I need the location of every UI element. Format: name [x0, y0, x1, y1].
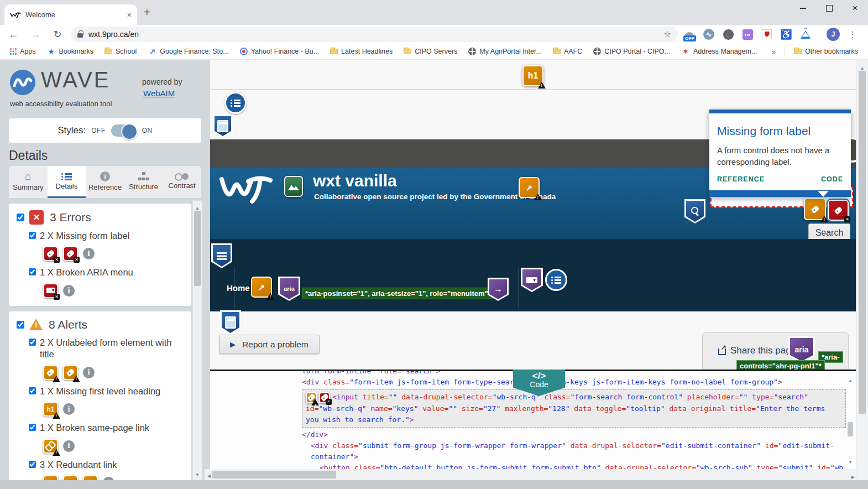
errors-checkbox[interactable] [17, 214, 24, 221]
info-icon[interactable] [83, 248, 95, 259]
h1-alert-icon[interactable]: h1 [43, 402, 58, 417]
alerts-checkbox[interactable] [17, 321, 24, 329]
item-checkbox[interactable] [29, 424, 36, 431]
bookmark-item[interactable]: AAFC [548, 46, 587, 57]
toolbar-divider [819, 29, 819, 39]
wave-image-alt-icon[interactable] [284, 176, 303, 197]
other-bookmarks-button[interactable]: Other bookmarks [789, 46, 862, 57]
finance-icon [148, 47, 156, 56]
bookmark-item[interactable]: CIPO Servers [399, 46, 462, 57]
axe-extension-icon[interactable]: ax [799, 28, 812, 40]
close-window-button[interactable]: × [842, 0, 868, 17]
code-scroll-down-icon[interactable] [848, 456, 853, 466]
main-horizontal-scrollbar[interactable] [205, 469, 856, 480]
wxt-logo[interactable] [218, 171, 274, 205]
bookmark-item[interactable]: CIPO Portal - CIPO... [589, 46, 674, 57]
profile-avatar[interactable]: J [827, 28, 840, 41]
menu-error-icon[interactable] [43, 283, 58, 298]
styles-toggle[interactable] [111, 124, 137, 137]
scrollbar-thumb[interactable] [859, 71, 866, 414]
address-bar[interactable]: wxt.9pro.ca/en ☆ [71, 27, 678, 42]
tag-alert-icon[interactable] [306, 392, 317, 403]
panel-glyph [225, 316, 236, 329]
forward-button[interactable]: → [30, 29, 41, 40]
wave-missing-label-error-icon[interactable] [828, 200, 849, 221]
code-scroll-up-icon[interactable] [848, 374, 853, 384]
sidebar-scrollbar[interactable] [192, 200, 202, 480]
wave-redundant-link-icon[interactable] [251, 277, 272, 298]
webaim-link[interactable]: WebAIM [143, 89, 175, 98]
report-problem-button[interactable]: ▶ Report a problem [219, 335, 320, 354]
bookmark-item[interactable]: Latest Headlines [326, 46, 397, 57]
wave-extension-icon[interactable] [703, 28, 715, 40]
wave-details-list: 3 Errors2 X Missing form label1 X Broken… [9, 204, 191, 489]
tab-details[interactable]: Details [48, 166, 86, 198]
tag-error-icon[interactable] [63, 246, 78, 261]
tag-error-icon[interactable] [43, 246, 58, 261]
tag-alert-icon[interactable] [43, 365, 58, 380]
item-checkbox[interactable] [29, 232, 36, 239]
item-checkbox[interactable] [29, 461, 36, 468]
item-checkbox[interactable] [29, 387, 36, 394]
browser-tab[interactable]: Welcome × [4, 4, 137, 25]
bookmark-item[interactable]: School [100, 46, 141, 57]
maximize-button[interactable] [816, 0, 842, 17]
bookmark-item[interactable]: Apps [6, 46, 40, 57]
wave-list-structure-icon[interactable] [545, 269, 567, 291]
bookmark-item[interactable]: My AgriPortal Inter... [464, 46, 546, 57]
rw-extension-icon[interactable]: rw [741, 28, 754, 40]
accessibility-extension-icon[interactable]: ♿ [780, 28, 792, 40]
bookmarks-separator [785, 46, 785, 56]
tab-structure[interactable]: Structure [124, 166, 163, 198]
nav-home-link[interactable]: Home [227, 283, 250, 293]
wave-unlabeled-form-icon[interactable] [804, 198, 826, 220]
scrollbar-thumb[interactable] [212, 471, 336, 478]
wave-header-element-icon[interactable] [213, 115, 233, 138]
code-link[interactable]: CODE [821, 175, 843, 183]
shield-extension-icon[interactable] [761, 28, 773, 40]
wave-tabs: SummaryDetailsReferenceStructureContrast [9, 166, 201, 198]
tab-reference[interactable]: Reference [86, 166, 124, 198]
bookmarks-overflow-button[interactable]: » [767, 48, 780, 56]
code-scrollbar-thumb[interactable] [848, 422, 853, 436]
wave-redundant-link-icon[interactable] [519, 177, 540, 198]
tab-summary[interactable]: Summary [9, 166, 48, 198]
info-icon[interactable] [63, 403, 75, 415]
reference-link[interactable]: REFERENCE [717, 175, 765, 183]
tag-alert-icon[interactable] [63, 365, 78, 380]
bookmark-star-icon[interactable]: ☆ [664, 29, 671, 39]
wave-list-structure-icon[interactable] [224, 92, 247, 114]
folder-icon [330, 49, 338, 54]
bookmark-item[interactable]: Address Managem... [677, 45, 761, 58]
scroll-down-icon[interactable] [193, 469, 202, 478]
url-text[interactable]: wxt.9pro.ca/en [88, 30, 658, 39]
item-checkbox[interactable] [29, 268, 36, 275]
bookmark-item[interactable]: Yahoo! Finance - Bu... [236, 46, 323, 57]
tab-close-icon[interactable]: × [127, 11, 132, 19]
back-button[interactable]: ← [8, 29, 19, 40]
item-checkbox[interactable] [29, 339, 36, 346]
tab-contrast[interactable]: Contrast [163, 166, 201, 198]
code-line: <button class="btn-default button js-for… [302, 462, 846, 470]
crescent-extension-icon[interactable] [722, 28, 734, 40]
wave-section-element-icon[interactable] [220, 310, 241, 335]
bookmark-item[interactable]: Google Finance: Sto... [143, 45, 233, 58]
wave-h1-alert-icon[interactable]: h1 [522, 65, 543, 86]
link-alert-icon[interactable] [43, 439, 58, 454]
new-tab-button[interactable]: + [144, 7, 150, 18]
adblock-off-extension-icon[interactable]: OFF [683, 28, 696, 40]
bookmark-item[interactable]: Bookmarks [43, 45, 98, 58]
info-icon[interactable] [63, 440, 75, 452]
minimize-button[interactable] [790, 0, 816, 17]
scroll-right-icon[interactable] [851, 471, 855, 481]
crescent-icon [723, 29, 734, 40]
tag-error-icon[interactable] [319, 392, 330, 403]
warning-badge-icon [311, 399, 319, 405]
tab-title: Welcome [25, 11, 123, 19]
main-vertical-scrollbar[interactable] [856, 60, 868, 480]
reload-button[interactable]: ↻ [52, 28, 63, 40]
browser-menu-button[interactable]: ⋮ [847, 29, 862, 40]
info-icon[interactable] [63, 285, 75, 296]
scrollbar-thumb[interactable] [194, 211, 201, 286]
info-icon[interactable] [83, 367, 95, 378]
